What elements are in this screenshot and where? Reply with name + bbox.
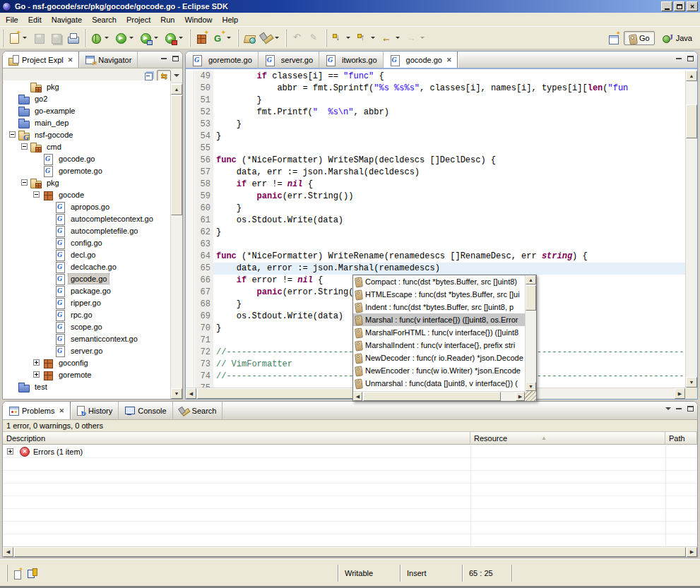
scroll-up-icon[interactable]: ▲: [526, 275, 536, 284]
scroll-left-icon[interactable]: ◀: [186, 388, 196, 399]
tree-item-main-dep[interactable]: main_dep: [4, 116, 170, 128]
scroll-left-icon[interactable]: ◀: [3, 547, 13, 557]
editor-vscrollbar[interactable]: ▲ ▼: [685, 71, 697, 388]
view-menu-icon[interactable]: [174, 74, 179, 77]
code-line-65[interactable]: data, error := json.Marshal(renamedescs): [213, 263, 685, 275]
back-button[interactable]: [379, 30, 403, 47]
next-annotation-button-dropdown[interactable]: [346, 37, 350, 39]
expand-toggle-icon[interactable]: [7, 448, 13, 455]
line-number[interactable]: 68: [195, 299, 213, 311]
completion-item[interactable]: NewEncoder : func(w io.Writer) *json.Enc…: [353, 364, 525, 377]
tree-item-go-example[interactable]: go-example: [4, 104, 170, 116]
scroll-thumb[interactable]: [526, 285, 536, 311]
line-number[interactable]: 57: [195, 167, 213, 179]
line-number[interactable]: 71: [195, 335, 213, 347]
tree-item-rpc-go[interactable]: rpc.go: [4, 308, 170, 320]
debug-button[interactable]: [88, 30, 112, 47]
line-number[interactable]: 65: [195, 263, 213, 275]
line-number[interactable]: 69: [195, 311, 213, 323]
back-button-dropdown[interactable]: [396, 37, 400, 39]
scroll-left-icon[interactable]: ◀: [353, 392, 362, 401]
menu-help[interactable]: Help: [218, 14, 244, 25]
print-button[interactable]: [64, 30, 81, 47]
line-number[interactable]: 58: [195, 179, 213, 191]
code-line-62[interactable]: }: [213, 227, 685, 239]
tree-item-server-go[interactable]: server.go: [4, 344, 170, 356]
line-number[interactable]: 49: [195, 71, 213, 83]
code-line-50[interactable]: abbr = fmt.Sprintf("%s %s%s", classes[i]…: [213, 83, 685, 95]
completion-item[interactable]: HTMLEscape : func(dst *bytes.Buffer, src…: [353, 288, 525, 301]
open-perspective-icon[interactable]: [608, 32, 619, 44]
column-header-path[interactable]: Path: [665, 432, 697, 444]
popup-hscrollbar[interactable]: ◀ ▶: [353, 391, 525, 401]
completion-item[interactable]: NewDecoder : func(r io.Reader) *json.Dec…: [353, 352, 525, 364]
maximize-view-button[interactable]: [686, 54, 695, 63]
tree-item-goconfig[interactable]: goconfig: [4, 356, 170, 368]
line-number[interactable]: 70: [195, 323, 213, 335]
collapse-all-icon[interactable]: [144, 71, 154, 80]
code-line-60[interactable]: }: [213, 203, 685, 215]
editor-marks-icon[interactable]: [28, 568, 37, 578]
line-number[interactable]: 51: [195, 95, 213, 107]
tree-item-cmd[interactable]: cmd: [4, 140, 170, 152]
line-number[interactable]: 54: [195, 131, 213, 143]
tree-item-pkg[interactable]: pkg: [4, 176, 170, 188]
perspective-java[interactable]: Java: [658, 31, 697, 45]
scroll-right-icon[interactable]: ▶: [687, 547, 697, 557]
editor-tab-goremote-go[interactable]: goremote.go: [186, 52, 259, 68]
tree-item-autocompletefile-go[interactable]: autocompletefile.go: [4, 224, 170, 236]
maximize-view-button[interactable]: [686, 404, 695, 413]
previous-annotation-button-dropdown[interactable]: [371, 37, 375, 39]
tree-item-gocode-go[interactable]: gocode.go: [4, 272, 170, 284]
line-number[interactable]: 67: [195, 287, 213, 299]
scroll-thumb[interactable]: [14, 547, 686, 557]
tree-item-scope-go[interactable]: scope.go: [4, 320, 170, 332]
scroll-thumb[interactable]: [171, 95, 182, 215]
new-button-dropdown[interactable]: [23, 37, 27, 39]
menu-project[interactable]: Project: [121, 14, 155, 25]
scroll-right-icon[interactable]: ▶: [675, 388, 685, 399]
editor-tab-server-go[interactable]: server.go: [259, 52, 319, 68]
run-history-button-dropdown[interactable]: [154, 37, 158, 39]
code-line-51[interactable]: }: [213, 95, 685, 107]
tree-item-gocode-go[interactable]: gocode.go: [4, 152, 170, 164]
search-button[interactable]: [258, 30, 283, 47]
perspective-go[interactable]: Go: [624, 31, 655, 45]
collapse-toggle-icon[interactable]: [9, 131, 16, 138]
code-line-56[interactable]: func (*NiceFormatter) WriteSMap(decldesc…: [213, 155, 685, 167]
tree-item-pkg[interactable]: pkg: [4, 80, 170, 92]
minimize-view-button[interactable]: [674, 54, 683, 63]
debug-button-dropdown[interactable]: [105, 37, 109, 39]
close-tab-icon[interactable]: ✕: [68, 56, 73, 64]
line-number[interactable]: 75: [195, 383, 213, 388]
scroll-up-icon[interactable]: ▲: [686, 71, 697, 81]
maximize-button[interactable]: [674, 1, 685, 11]
line-number[interactable]: 64: [195, 251, 213, 263]
run-button[interactable]: [112, 30, 137, 47]
code-line-63[interactable]: [213, 239, 685, 251]
editor-tab-itworks-go[interactable]: itworks.go: [319, 52, 384, 68]
close-tab-icon[interactable]: ✕: [446, 56, 452, 64]
tree-item-apropos-go[interactable]: apropos.go: [4, 200, 170, 212]
explorer-tab-project-expl[interactable]: Project Expl✕: [3, 52, 79, 68]
line-number[interactable]: 72: [195, 347, 213, 359]
new-go-element-button-dropdown[interactable]: [227, 37, 231, 39]
tree-item-config-go[interactable]: config.go: [4, 236, 170, 248]
minimize-view-button[interactable]: [159, 54, 168, 63]
code-line-59[interactable]: panic(err.String()): [213, 191, 685, 203]
run-button-dropdown[interactable]: [129, 37, 134, 39]
search-button-dropdown[interactable]: [275, 37, 279, 39]
annotation-ruler[interactable]: [186, 71, 194, 388]
code-line-55[interactable]: [213, 143, 685, 155]
minimize-view-button[interactable]: [674, 404, 683, 413]
menu-file[interactable]: File: [1, 14, 23, 25]
line-number-ruler[interactable]: 4950515253545556575859606162636465666768…: [195, 71, 213, 388]
new-button[interactable]: [6, 30, 30, 47]
line-number[interactable]: 53: [195, 119, 213, 131]
menu-navigate[interactable]: Navigate: [47, 14, 87, 25]
code-line-53[interactable]: }: [213, 119, 685, 131]
code-line-57[interactable]: data, err := json.Marshal(decldescs): [213, 167, 685, 179]
problems-tab-console[interactable]: Console: [119, 402, 172, 419]
tree-item-goremote[interactable]: goremote: [4, 368, 170, 380]
menu-window[interactable]: Window: [179, 14, 217, 25]
